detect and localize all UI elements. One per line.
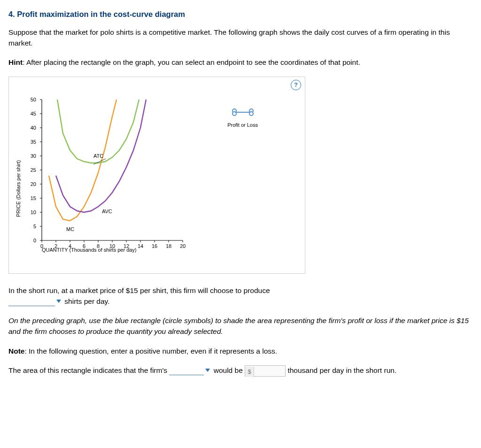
amount-input[interactable] — [254, 366, 285, 376]
help-icon[interactable]: ? — [291, 80, 301, 90]
svg-text:20: 20 — [180, 243, 186, 249]
profit-loss-select[interactable] — [169, 366, 204, 375]
svg-text:15: 15 — [31, 195, 36, 201]
intro-text: Suppose that the market for polo shirts … — [8, 27, 473, 49]
svg-text:30: 30 — [31, 153, 36, 159]
hint-text: Hint: After placing the rectangle on the… — [8, 57, 473, 68]
svg-text:35: 35 — [31, 139, 36, 145]
quantity-input[interactable] — [8, 297, 55, 306]
svg-text:25: 25 — [31, 167, 36, 173]
svg-text:45: 45 — [31, 111, 36, 116]
svg-text:14: 14 — [138, 243, 143, 249]
svg-text:20: 20 — [31, 181, 36, 187]
svg-point-51 — [249, 112, 253, 116]
svg-point-50 — [233, 112, 236, 116]
svg-text:40: 40 — [31, 125, 36, 131]
note-label: Note — [8, 347, 24, 355]
svg-text:5: 5 — [33, 224, 36, 229]
dollar-icon: $ — [245, 367, 254, 377]
legend-label: Profit or Loss — [227, 121, 258, 129]
dropdown-icon[interactable] — [205, 369, 210, 372]
y-axis-label: PRICE (Dollars per shirt) — [15, 160, 23, 216]
note-text: Note: In the following question, enter a… — [8, 346, 473, 356]
mc-label: MC — [66, 226, 74, 232]
svg-text:50: 50 — [31, 97, 36, 102]
y-ticks: 0 5 10 15 20 25 30 35 40 45 50 — [31, 97, 42, 243]
rectangle-tool-icon[interactable] — [227, 108, 258, 119]
graph-container[interactable]: ? 0 5 10 15 20 25 30 35 40 45 — [8, 77, 305, 274]
question-1: In the short run, at a market price of $… — [8, 285, 473, 307]
svg-text:16: 16 — [152, 243, 157, 249]
hint-label: Hint — [8, 58, 23, 66]
svg-text:18: 18 — [166, 243, 171, 249]
amount-input-group: $ — [245, 365, 286, 377]
legend-draggable[interactable]: Profit or Loss — [227, 108, 258, 129]
atc-label: ATC — [93, 153, 103, 159]
mc-curve — [49, 100, 116, 221]
plot-area[interactable]: 0 5 10 15 20 25 30 35 40 45 50 0 2 4 — [14, 95, 291, 264]
dropdown-icon[interactable] — [56, 300, 61, 303]
x-axis-label: QUANTITY (Thousands of shirts per day) — [42, 246, 137, 254]
question-2: The area of this rectangle indicates tha… — [8, 365, 473, 377]
avc-label: AVC — [102, 209, 112, 214]
shade-instruction: On the preceding graph, use the blue rec… — [8, 315, 473, 337]
question-title: 4. Profit maximization in the cost-curve… — [8, 8, 473, 20]
svg-text:0: 0 — [33, 238, 36, 243]
svg-text:10: 10 — [31, 209, 36, 215]
